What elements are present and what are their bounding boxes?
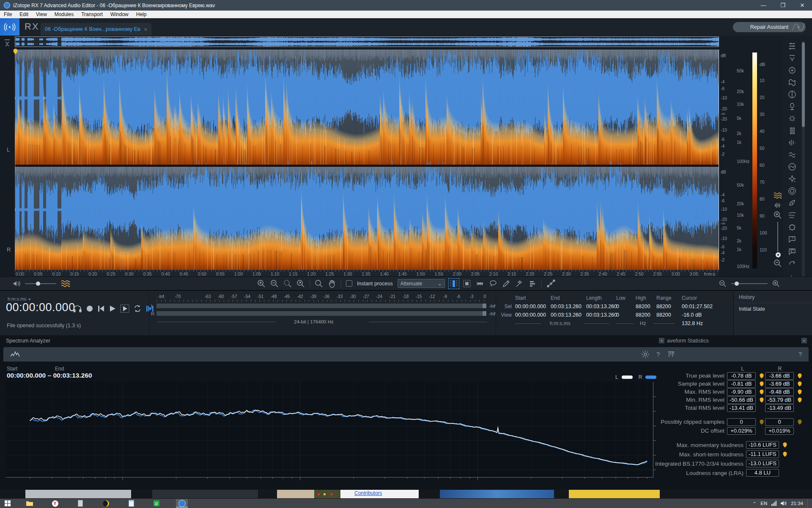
zoom-out-horizontal-icon[interactable] (719, 280, 727, 287)
zoom-in-icon[interactable] (257, 279, 266, 288)
stats-value[interactable]: -9.90 dB (727, 388, 756, 396)
pin-icon[interactable] (782, 442, 788, 448)
stats-value[interactable]: +0.029% (727, 427, 756, 435)
zoom-out-icon[interactable] (270, 279, 279, 288)
close-button[interactable]: ✕ (793, 0, 812, 11)
collapse-overview-icon[interactable] (3, 38, 11, 48)
sparkle-icon[interactable] (787, 114, 798, 124)
stats-value[interactable]: -53.79 dB (765, 396, 794, 404)
zoom-fit-icon[interactable] (296, 279, 305, 288)
taskbar-media-player[interactable] (100, 499, 112, 508)
pin-icon[interactable] (797, 397, 803, 403)
menu-item-edit[interactable]: Edit (16, 11, 32, 17)
menu-item-window[interactable]: Window (107, 11, 132, 17)
legend-l-toggle[interactable] (622, 375, 633, 379)
collapse-chevron-icon[interactable] (787, 54, 798, 64)
taskbar-calculator[interactable] (74, 499, 86, 508)
time-frequency-selection-icon[interactable] (463, 279, 471, 288)
spectrogram-waves-icon[interactable] (61, 280, 70, 287)
tray-language[interactable]: EN (760, 501, 767, 506)
spectrogram-view-icon[interactable] (774, 192, 782, 199)
play-icon[interactable] (109, 305, 116, 312)
stats-value[interactable]: -3.66 dB (765, 372, 794, 380)
gear-icon[interactable] (641, 350, 650, 359)
pin-icon[interactable] (759, 381, 765, 387)
histogram-settings-icon[interactable] (667, 351, 675, 358)
dialogue-gauge-icon[interactable] (787, 235, 798, 245)
panel-help-icon[interactable]: ? (798, 351, 802, 358)
stats-value[interactable]: -3.69 dB (765, 380, 794, 388)
time-ruler[interactable]: 0:000:050:100:150:200:250:300:350:400:45… (15, 270, 719, 277)
contributors-link[interactable]: Contributors (354, 490, 382, 496)
stats-value[interactable]: -0.78 dB (727, 372, 756, 380)
stats-value[interactable]: -13.41 dB (727, 404, 756, 412)
de-reverb-icon[interactable] (787, 186, 798, 196)
tab-close-icon[interactable]: × (144, 26, 147, 33)
signal-flow-icon[interactable] (792, 22, 805, 33)
zoom-selection-icon[interactable] (283, 279, 292, 288)
pin-icon[interactable] (759, 419, 765, 425)
pin-icon[interactable] (759, 389, 765, 395)
ambience-match-icon[interactable] (787, 223, 798, 233)
maximize-button[interactable]: ❐ (773, 0, 793, 11)
horizontal-zoom-knob[interactable] (735, 282, 739, 286)
magic-wand-icon[interactable] (515, 279, 524, 288)
taskbar-yandex-browser[interactable]: Y (49, 499, 61, 508)
stats-value[interactable]: -11.1 LUFS (746, 450, 779, 458)
clip-indicator-r[interactable] (483, 311, 486, 316)
pin-icon[interactable] (797, 389, 803, 395)
module-scrollbar-thumb[interactable] (802, 42, 805, 127)
network-icon[interactable] (771, 501, 776, 506)
node-curve-icon[interactable] (546, 279, 556, 288)
loop-icon[interactable] (133, 305, 142, 312)
stats-value[interactable]: -13.0 LUFS (746, 460, 779, 467)
frequency-selection-icon[interactable] (476, 279, 484, 288)
playhead-pin-icon[interactable] (13, 48, 18, 55)
minimize-button[interactable]: — (754, 0, 773, 11)
brush-icon[interactable] (502, 279, 510, 288)
stats-value[interactable]: -50.66 dB (727, 396, 756, 404)
microphone-icon[interactable] (787, 102, 798, 112)
clip-indicator-l[interactable] (483, 304, 486, 308)
spectrogram-colorbar[interactable] (752, 52, 757, 268)
de-wind-icon[interactable] (787, 210, 798, 221)
de-ess-icon[interactable] (787, 150, 798, 160)
sliders-list-icon[interactable] (787, 41, 798, 52)
monitor-icon[interactable] (13, 280, 20, 287)
speaker-icon[interactable] (781, 501, 787, 506)
pin-icon[interactable] (797, 381, 803, 387)
menu-item-file[interactable]: File (0, 11, 16, 17)
horizontal-zoom-slider[interactable] (731, 281, 768, 286)
pin-icon[interactable] (782, 451, 788, 457)
de-noise-icon[interactable] (787, 174, 798, 185)
menu-item-modules[interactable]: Modules (51, 11, 77, 17)
menu-item-help[interactable]: Help (132, 11, 151, 17)
tray-expand-icon[interactable]: ⌃ (753, 501, 756, 506)
de-bleed-icon[interactable] (787, 78, 798, 88)
panel-close-icon[interactable]: × (659, 338, 664, 343)
pin-icon[interactable] (759, 397, 765, 403)
dialogue-spiral-icon[interactable] (787, 247, 798, 257)
menu-item-transport[interactable]: Transport (77, 11, 107, 17)
stats-value[interactable]: -0.81 dB (727, 380, 756, 388)
panel-close-icon-2[interactable]: × (801, 338, 807, 343)
pin-icon[interactable] (797, 373, 803, 379)
taskbar-utorrent[interactable]: µ (151, 499, 162, 508)
de-clip-icon[interactable] (787, 126, 798, 136)
stats-value[interactable]: +0.019% (765, 427, 794, 435)
tab-spectrum-analyzer[interactable]: Spectrum Analyzer (6, 338, 50, 344)
play-selection-icon[interactable] (120, 304, 129, 313)
lasso-icon[interactable] (489, 279, 497, 288)
menu-item-view[interactable]: View (32, 11, 51, 17)
zoom-in-vertical-icon[interactable] (774, 211, 782, 219)
hand-icon[interactable] (328, 279, 336, 288)
de-hum-icon[interactable] (787, 162, 798, 172)
spectrum-plot[interactable] (6, 382, 656, 483)
adjust-lists-icon[interactable] (528, 279, 537, 288)
partial-arc-icon[interactable] (787, 259, 798, 269)
spectrogram-waveform-display[interactable] (15, 50, 719, 270)
vertical-zoom-knob[interactable] (775, 251, 782, 258)
magnifier-icon[interactable] (315, 279, 323, 288)
playhead-time-display[interactable]: 00:00:00.000 (6, 301, 75, 314)
zoom-in-horizontal-icon[interactable] (772, 280, 780, 287)
